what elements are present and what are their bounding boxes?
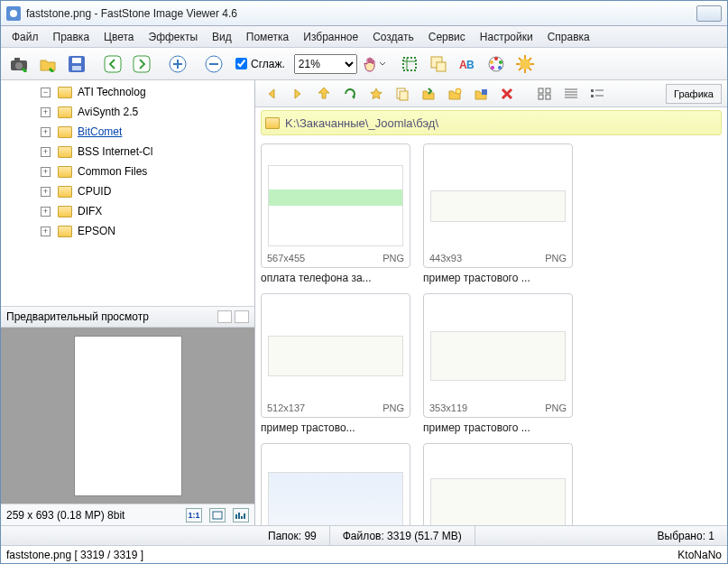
menu-favorites[interactable]: Избранное	[296, 28, 365, 46]
svg-rect-36	[482, 89, 487, 95]
ratio-badge[interactable]: 1:1	[186, 508, 202, 522]
acquire-button[interactable]	[6, 51, 32, 77]
tree-item[interactable]: −ATI Technolog	[3, 82, 253, 102]
bottom-file-info: faststone.png [ 3319 / 3319 ]	[6, 549, 143, 561]
menu-file[interactable]: Файл	[5, 28, 46, 46]
watermark: KtoNaNo	[677, 549, 722, 561]
histogram-button[interactable]	[233, 508, 249, 522]
settings-icon-button[interactable]	[512, 51, 538, 77]
fit-button[interactable]	[209, 508, 226, 522]
svg-rect-4	[14, 58, 20, 61]
nav-up-button[interactable]	[313, 84, 335, 104]
open-button[interactable]	[35, 51, 60, 77]
svg-rect-38	[546, 88, 550, 93]
thumbnail-item[interactable]: 686x245PNG programma-dlia-p...	[423, 443, 573, 525]
menu-tag[interactable]: Пометка	[239, 28, 297, 46]
tree-item[interactable]: +EPSON	[3, 221, 253, 241]
next-button[interactable]	[129, 51, 154, 77]
preview-header: Предварительный просмотр	[1, 306, 254, 328]
bottombar: faststone.png [ 3319 / 3319 ] KtoNaNo	[1, 545, 727, 563]
zoom-in-button[interactable]	[165, 51, 190, 77]
tree-item[interactable]: +Common Files	[3, 162, 253, 181]
menu-help[interactable]: Справка	[540, 28, 597, 46]
expander-icon[interactable]: +	[41, 147, 51, 157]
preview-close-button[interactable]	[235, 310, 249, 323]
nav-back-button[interactable]	[261, 84, 282, 104]
svg-text:B: B	[466, 59, 475, 71]
expander-icon[interactable]: +	[41, 187, 51, 197]
expander-icon[interactable]: +	[41, 127, 51, 137]
nav-favorite-button[interactable]	[365, 84, 387, 104]
smooth-checkbox[interactable]: Сглаж.	[235, 58, 285, 70]
left-pane: −ATI Technolog +AviSynth 2.5 +BitComet +…	[1, 80, 255, 525]
thumbnails-grid[interactable]: 567x455PNG оплата телефона за... 443x93P…	[255, 138, 727, 525]
crop-button[interactable]	[397, 51, 422, 77]
status-selected: Выбрано: 1	[645, 526, 728, 545]
svg-point-1	[10, 10, 17, 17]
expander-icon[interactable]: +	[41, 107, 51, 117]
nav-move-button[interactable]	[418, 84, 439, 104]
view-list-button[interactable]	[586, 84, 608, 104]
hand-tool-button[interactable]	[361, 51, 386, 77]
menu-tools[interactable]: Сервис	[421, 28, 473, 46]
nav-refresh-button[interactable]	[339, 84, 361, 104]
zoom-select[interactable]: 21%	[294, 54, 357, 74]
color-picker-button[interactable]	[484, 51, 509, 77]
preview-pane[interactable]	[1, 328, 254, 504]
minimize-button[interactable]	[696, 5, 722, 22]
zoom-out-button[interactable]	[201, 51, 226, 77]
tree-item[interactable]: +DIFX	[3, 201, 253, 221]
folder-icon	[58, 166, 72, 178]
preview-title: Предварительный просмотр	[6, 310, 215, 323]
nav-newfolder-button[interactable]	[444, 84, 465, 104]
nav-explorer-button[interactable]	[470, 84, 492, 104]
menu-edit[interactable]: Правка	[46, 28, 97, 46]
thumbnail-item[interactable]: 512x137PNG пример трастово...	[261, 293, 410, 434]
resize-button[interactable]	[426, 51, 451, 77]
thumbnail-item[interactable]: 567x455PNG оплата телефона за...	[261, 143, 410, 284]
prev-button[interactable]	[100, 51, 125, 77]
expander-icon[interactable]: +	[41, 207, 51, 217]
svg-line-29	[529, 68, 531, 70]
preview-dimensions: 259 x 693 (0.18 MP) 8bit	[6, 509, 124, 522]
folder-tree[interactable]: −ATI Technolog +AviSynth 2.5 +BitComet +…	[1, 80, 254, 306]
menu-settings[interactable]: Настройки	[473, 28, 540, 46]
expander-icon[interactable]: +	[41, 167, 51, 177]
preview-pin-button[interactable]	[217, 310, 232, 323]
menu-effects[interactable]: Эффекты	[142, 28, 206, 46]
nav-copy-button[interactable]	[392, 84, 413, 104]
smooth-checkbox-input[interactable]	[235, 58, 247, 69]
save-button[interactable]	[64, 51, 89, 77]
thumbnail-item[interactable]: 353x119PNG пример трастового ...	[423, 293, 573, 434]
menu-create[interactable]: Создать	[365, 28, 421, 46]
thumbnail-caption: пример трастово...	[261, 421, 410, 434]
view-thumbs-button[interactable]	[534, 84, 556, 104]
smooth-label: Сглаж.	[251, 58, 285, 70]
svg-rect-7	[72, 66, 81, 70]
svg-line-28	[519, 58, 521, 60]
thumbnail-caption: пример трастового ...	[423, 421, 573, 434]
pathbar[interactable]: K:\Закачанные\_Joomla\бэд\	[261, 110, 722, 135]
tree-item[interactable]: +AviSynth 2.5	[3, 102, 253, 122]
svg-point-35	[456, 88, 461, 94]
thumbnail-item[interactable]: 538x245PNG счетчик.png	[261, 443, 410, 525]
menu-colors[interactable]: Цвета	[97, 28, 141, 46]
graphics-tab[interactable]: Графика	[666, 84, 722, 104]
text-button[interactable]: AB	[455, 51, 480, 77]
window-title: faststone.png - FastStone Image Viewer 4…	[26, 7, 693, 20]
nav-delete-button[interactable]	[496, 84, 518, 104]
view-details-button[interactable]	[560, 84, 582, 104]
svg-rect-6	[72, 58, 81, 63]
svg-point-20	[498, 66, 502, 69]
thumbnail-item[interactable]: 443x93PNG пример трастового ...	[423, 143, 573, 284]
menu-view[interactable]: Вид	[205, 28, 239, 46]
nav-forward-button[interactable]	[287, 84, 309, 104]
right-pane: Графика K:\Закачанные\_Joomla\бэд\ 567x4…	[255, 80, 727, 525]
expander-icon[interactable]: +	[41, 227, 51, 236]
tree-item[interactable]: +CPUID	[3, 181, 253, 201]
expander-icon[interactable]: −	[41, 88, 51, 97]
svg-rect-40	[546, 95, 550, 99]
tree-item[interactable]: +BitComet	[3, 122, 253, 142]
tree-item[interactable]: +BSS Internet-Cl	[3, 142, 253, 162]
svg-rect-39	[539, 95, 543, 99]
